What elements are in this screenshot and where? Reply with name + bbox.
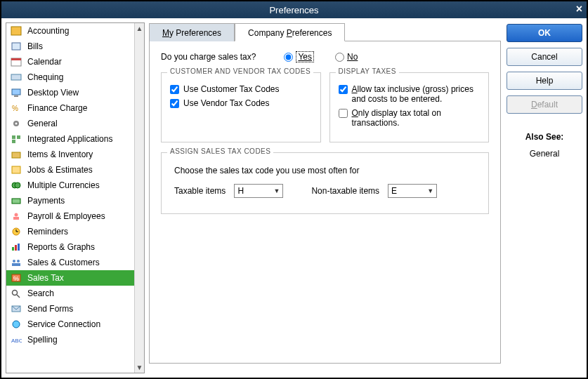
dropdown-nontaxable[interactable]: E ▼ — [388, 184, 437, 198]
svg-text:%: % — [12, 105, 18, 112]
svg-rect-0 — [11, 27, 21, 35]
sidebar-item-calendar[interactable]: Calendar — [6, 54, 134, 69]
sidebar-item-chequing[interactable]: Chequing — [6, 69, 134, 85]
sidebar-item-label: Reports & Graphs — [27, 242, 95, 252]
sidebar-item-label: Desktop View — [27, 88, 79, 98]
sidebar-item-integrated-applications[interactable]: Integrated Applications — [6, 131, 134, 147]
titlebar: Preferences × — [1, 1, 587, 18]
group-assign-sales-tax: ASSIGN SALES TAX CODES Choose the sales … — [161, 152, 489, 214]
svg-point-34 — [13, 321, 20, 328]
jobs-icon — [9, 164, 23, 175]
sidebar-item-label: Search — [27, 288, 54, 298]
sidebar-item-label: Bills — [27, 41, 43, 51]
chevron-down-icon: ▼ — [427, 187, 433, 194]
apps-icon — [9, 133, 23, 145]
sidebar-item-label: Send Forms — [27, 304, 73, 314]
label-nontaxable-items: Non-taxable items — [311, 186, 379, 196]
finance-icon: % — [9, 102, 23, 114]
sidebar-item-label: General — [27, 119, 58, 128]
svg-line-32 — [17, 295, 20, 298]
tab-company-preferences[interactable]: Company PreferencesCompany Preferences — [235, 23, 345, 41]
sidebar-item-label: Accounting — [27, 26, 69, 36]
group-display-taxes: DISPLAY TAXES Allow tax inclusive (gross… — [329, 72, 490, 142]
search-icon — [9, 288, 23, 299]
percent-icon: % — [9, 272, 23, 284]
chk-use-vendor-tax[interactable]: Use Vendor Tax Codes — [170, 98, 312, 108]
chk-only-total[interactable]: Only display tax total on transactions. … — [339, 108, 481, 128]
sidebar-item-label: Payments — [27, 196, 65, 206]
svg-rect-4 — [11, 74, 21, 80]
sidebar-item-spelling[interactable]: ABCSpelling — [6, 332, 134, 347]
scroll-down-icon[interactable]: ▼ — [136, 362, 143, 373]
sidebar-item-reports-graphs[interactable]: Reports & Graphs — [6, 239, 134, 255]
also-see-link[interactable]: General — [507, 149, 582, 159]
sidebar-item-label: Sales Tax — [27, 273, 64, 283]
svg-rect-11 — [17, 135, 20, 139]
svg-point-31 — [13, 291, 18, 295]
customers-icon — [9, 257, 23, 268]
ok-button[interactable]: OK — [507, 24, 582, 42]
graph-icon — [9, 241, 23, 253]
cancel-button[interactable]: Cancel — [507, 48, 582, 66]
tab-my-preferences[interactable]: My My PreferencesPreferences — [149, 23, 235, 41]
send-icon — [9, 303, 23, 314]
payments-icon — [9, 195, 23, 206]
sidebar-item-items-inventory[interactable]: Items & Inventory — [6, 147, 134, 162]
svg-rect-19 — [13, 217, 19, 220]
sidebar-item-label: Service Connection — [27, 319, 100, 329]
sidebar-item-label: Payroll & Employees — [27, 211, 105, 221]
radio-no[interactable]: No — [335, 52, 358, 62]
sidebar-item-send-forms[interactable]: Send Forms — [6, 301, 134, 317]
sidebar-item-finance-charge[interactable]: %Finance Charge — [6, 100, 134, 116]
sidebar-item-desktop-view[interactable]: Desktop View — [6, 85, 134, 100]
svg-point-18 — [15, 213, 18, 217]
svg-rect-24 — [15, 245, 17, 251]
sidebar-item-label: Spelling — [27, 335, 58, 345]
sidebar-item-sales-tax[interactable]: %Sales Tax — [6, 270, 134, 286]
sidebar-item-multiple-currencies[interactable]: Multiple Currencies — [6, 178, 134, 193]
sidebar-item-search[interactable]: Search — [6, 286, 134, 301]
sidebar-item-sales-customers[interactable]: Sales & Customers — [6, 255, 134, 270]
ledger-icon — [9, 25, 23, 36]
sidebar-item-label: Sales & Customers — [27, 258, 100, 267]
radio-yes[interactable]: Yes — [284, 51, 314, 62]
sidebar-item-label: Chequing — [27, 72, 63, 82]
close-icon[interactable]: × — [576, 3, 582, 15]
svg-rect-13 — [12, 152, 20, 158]
svg-rect-25 — [18, 244, 20, 251]
sidebar-item-general[interactable]: General — [6, 116, 134, 131]
abc-icon: ABC — [9, 334, 23, 345]
help-button[interactable]: Help — [507, 72, 582, 90]
sidebar-item-label: Items & Inventory — [27, 149, 93, 159]
svg-rect-6 — [14, 95, 18, 97]
chevron-down-icon: ▼ — [273, 187, 280, 194]
globe-icon — [9, 319, 23, 330]
svg-rect-12 — [12, 140, 15, 143]
preferences-window: Preferences × AccountingBillsCalendarChe… — [0, 0, 588, 379]
sidebar-item-label: Multiple Currencies — [27, 180, 100, 190]
sidebar-item-payments[interactable]: Payments — [6, 193, 134, 208]
sidebar-scrollbar[interactable]: ▲ ▼ — [134, 23, 144, 373]
window-title: Preferences — [269, 5, 318, 15]
sidebar-item-jobs-estimates[interactable]: Jobs & Estimates — [6, 162, 134, 178]
svg-rect-17 — [12, 199, 20, 204]
sidebar-item-payroll-employees[interactable]: Payroll & Employees — [6, 208, 134, 224]
svg-text:%: % — [13, 275, 19, 282]
svg-point-16 — [15, 182, 20, 188]
scroll-up-icon[interactable]: ▲ — [136, 23, 143, 34]
payroll-icon — [9, 211, 23, 222]
tab-bar: My My PreferencesPreferences Company Pre… — [149, 22, 501, 41]
charge-tax-question: Do you charge sales tax? — [161, 52, 256, 62]
chk-allow-gross[interactable]: Allow tax inclusive (gross) prices and c… — [339, 84, 481, 104]
company-preferences-panel: Do you charge sales tax? Yes No — [149, 41, 501, 364]
cheque-icon — [9, 72, 23, 83]
sidebar-item-reminders[interactable]: Reminders — [6, 224, 134, 239]
chk-use-customer-tax[interactable]: Use Customer Tax Codes — [170, 84, 312, 94]
svg-rect-1 — [12, 43, 20, 50]
dropdown-taxable[interactable]: H ▼ — [234, 184, 283, 198]
sidebar-item-bills[interactable]: Bills — [6, 39, 134, 54]
svg-rect-10 — [12, 135, 15, 139]
sidebar-item-service-connection[interactable]: Service Connection — [6, 317, 134, 332]
sidebar-item-accounting[interactable]: Accounting — [6, 23, 134, 39]
default-button[interactable]: DefaultDefault — [507, 95, 582, 114]
